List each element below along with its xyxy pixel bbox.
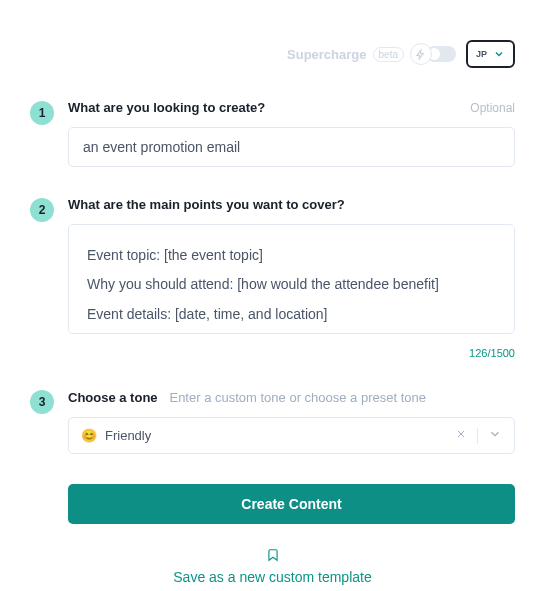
user-menu[interactable]: JP <box>466 40 515 68</box>
step-3: 3 Choose a tone Enter a custom tone or c… <box>30 389 515 454</box>
chevron-down-icon[interactable] <box>488 427 502 444</box>
tone-selected-label: Friendly <box>105 428 151 443</box>
step-2: 2 What are the main points you want to c… <box>30 197 515 359</box>
user-initials: JP <box>476 49 487 59</box>
bookmark-icon <box>266 548 280 562</box>
step-badge-3: 3 <box>30 390 54 414</box>
save-template-label: Save as a new custom template <box>30 569 515 585</box>
step1-label: What are you looking to create? <box>68 100 265 115</box>
tone-select[interactable]: 😊 Friendly <box>68 417 515 454</box>
beta-badge: beta <box>373 47 404 62</box>
top-bar: Supercharge beta JP <box>30 40 515 68</box>
step-1: 1 What are you looking to create? Option… <box>30 100 515 167</box>
bolt-icon <box>410 43 432 65</box>
step3-label: Choose a tone <box>68 390 158 405</box>
supercharge-toggle[interactable] <box>410 43 456 65</box>
char-counter: 126/1500 <box>68 347 515 359</box>
save-template-link[interactable]: Save as a new custom template <box>30 548 515 585</box>
create-content-button[interactable]: Create Content <box>68 484 515 524</box>
step3-hint: Enter a custom tone or choose a preset t… <box>169 390 426 405</box>
select-divider <box>477 428 478 444</box>
step-badge-1: 1 <box>30 101 54 125</box>
supercharge-label: Supercharge <box>287 47 366 62</box>
step2-label: What are the main points you want to cov… <box>68 197 345 212</box>
clear-tone-icon[interactable] <box>455 428 467 443</box>
step2-textarea[interactable] <box>68 224 515 334</box>
tone-emoji-icon: 😊 <box>81 428 97 443</box>
step1-optional: Optional <box>470 101 515 115</box>
step-badge-2: 2 <box>30 198 54 222</box>
supercharge-group: Supercharge beta <box>287 43 456 65</box>
chevron-down-icon <box>493 48 505 60</box>
step1-input[interactable] <box>68 127 515 167</box>
